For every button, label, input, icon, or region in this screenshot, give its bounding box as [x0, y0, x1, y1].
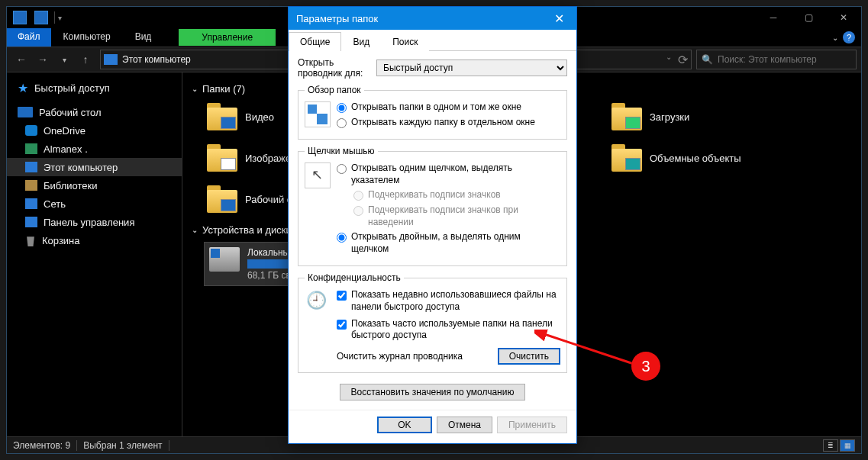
folder-item-objects[interactable]: Объемные объекты [608, 137, 799, 179]
tab-search[interactable]: Поиск [381, 32, 429, 51]
drive-icon [209, 247, 240, 272]
sidebar-item-bin[interactable]: Корзина [7, 231, 182, 249]
folder-options-dialog: Параметры папок ✕ Общие Вид Поиск Открыт… [288, 6, 577, 444]
minimize-button[interactable]: ─ [756, 7, 791, 28]
chevron-down-icon: ⌄ [192, 226, 198, 234]
user-icon [25, 143, 37, 154]
folder-item-downloads[interactable]: Загрузки [608, 96, 799, 137]
clear-history-label: Очистить журнал проводника [337, 351, 463, 362]
tab-view[interactable]: Вид [341, 32, 381, 51]
browse-icon [305, 101, 331, 127]
tab-file[interactable]: Файл [7, 28, 51, 47]
dialog-tabs: Общие Вид Поиск [289, 30, 576, 51]
star-icon: ★ [18, 81, 28, 95]
folder-icon [611, 103, 642, 130]
dialog-close-button[interactable]: ✕ [550, 11, 569, 26]
sidebar-item-network[interactable]: Сеть [7, 195, 182, 213]
click-icon [305, 162, 331, 188]
sidebar-item-thispc[interactable]: Этот компьютер [7, 158, 182, 176]
help-icon[interactable]: ? [843, 31, 855, 43]
click-legend: Щелчки мышью [305, 146, 378, 156]
dialog-title: Параметры папок [296, 13, 378, 24]
bin-icon [25, 234, 36, 246]
libraries-icon [25, 180, 37, 191]
browse-legend: Обзор папок [305, 85, 364, 95]
cpanel-icon [25, 217, 37, 227]
ribbon-expand-icon[interactable]: ⌄ [832, 34, 838, 42]
browse-folders-group: Обзор папок Открывать папки в одном и то… [298, 85, 567, 140]
status-items-count: Элементов: 9 [13, 440, 70, 451]
radio-double-click[interactable] [337, 233, 347, 243]
privacy-icon [305, 289, 331, 315]
qat-dropdown-icon[interactable]: ▾ [58, 14, 62, 22]
folder-icon [207, 144, 237, 172]
sidebar-label: Корзина [42, 235, 80, 246]
search-icon: 🔍 [702, 54, 713, 65]
onedrive-icon [25, 125, 37, 136]
tab-computer[interactable]: Компьютер [51, 28, 123, 47]
radio-underline-hover [353, 206, 363, 216]
close-button[interactable]: ✕ [826, 7, 861, 28]
check-recent-files[interactable] [337, 291, 347, 301]
radio-same-window[interactable] [337, 103, 347, 113]
open-explorer-combo[interactable]: Быстрый доступ [376, 60, 567, 76]
sidebar-item-desktop[interactable]: Рабочий стол [7, 103, 182, 121]
desktop-icon [18, 107, 33, 117]
sidebar-label: Сеть [44, 198, 66, 210]
sidebar-item-cpanel[interactable]: Панель управления [7, 213, 182, 231]
search-input[interactable] [718, 54, 851, 65]
app-icon [13, 11, 27, 24]
qat-btn[interactable] [34, 11, 48, 24]
sidebar-item-quick-access[interactable]: ★ Быстрый доступ [7, 79, 182, 97]
sidebar-label: Almanex . [44, 143, 88, 155]
address-dropdown-icon[interactable]: ⌄ [666, 53, 672, 67]
chevron-down-icon: ⌄ [192, 85, 198, 93]
tab-view[interactable]: Вид [123, 28, 164, 47]
sidebar-item-onedrive[interactable]: OneDrive [7, 121, 182, 140]
status-selected: Выбран 1 элемент [83, 440, 162, 451]
maximize-button[interactable]: ▢ [791, 7, 826, 28]
folder-icon [207, 185, 237, 213]
nav-recent-dropdown[interactable]: ▾ [54, 50, 74, 69]
click-group: Щелчки мышью Открывать одним щелчком, вы… [298, 146, 567, 266]
open-explorer-label: Открыть проводник для: [298, 57, 370, 79]
restore-defaults-button[interactable]: Восстановить значения по умолчанию [340, 384, 526, 400]
sidebar-label: OneDrive [44, 125, 86, 137]
folder-icon [611, 144, 642, 172]
network-icon [25, 198, 37, 209]
view-details-button[interactable]: ≣ [823, 439, 838, 452]
sidebar-item-user[interactable]: Almanex . [7, 140, 182, 158]
nav-back-button[interactable]: ← [11, 50, 31, 69]
radio-new-window[interactable] [337, 118, 347, 128]
apply-button: Применить [497, 417, 567, 433]
tab-general[interactable]: Общие [289, 32, 341, 51]
folder-icon [207, 103, 237, 130]
cancel-button[interactable]: Отмена [437, 417, 492, 433]
pc-icon [25, 162, 37, 172]
privacy-legend: Конфиденциальность [305, 272, 404, 283]
dialog-titlebar: Параметры папок ✕ [289, 7, 576, 30]
navigation-pane: ★ Быстрый доступ Рабочий стол OneDrive A… [7, 72, 182, 436]
check-frequent-folders[interactable] [337, 320, 347, 330]
sidebar-label: Библиотеки [44, 180, 97, 191]
radio-single-click[interactable] [337, 164, 347, 174]
view-tiles-button[interactable]: ▦ [840, 439, 855, 452]
privacy-group: Конфиденциальность Показать недавно испо… [298, 272, 567, 372]
radio-underline-always [353, 191, 363, 201]
nav-up-button[interactable]: ↑ [76, 50, 95, 69]
pc-icon [104, 54, 118, 65]
sidebar-label: Рабочий стол [39, 107, 102, 118]
refresh-icon[interactable]: ⟳ [678, 53, 688, 67]
sidebar-item-libraries[interactable]: Библиотеки [7, 176, 182, 195]
sidebar-label: Этот компьютер [44, 162, 118, 173]
ok-button[interactable]: OK [377, 417, 432, 433]
clear-button[interactable]: Очистить [498, 348, 560, 365]
sidebar-label: Быстрый доступ [34, 82, 110, 94]
nav-forward-button[interactable]: → [33, 50, 53, 69]
annotation-badge: 3 [631, 352, 660, 381]
breadcrumb[interactable]: Этот компьютер [122, 54, 191, 65]
search-box[interactable]: 🔍 [696, 50, 857, 69]
context-tab-manage[interactable]: Управление [179, 29, 276, 46]
quick-access-toolbar: ▾ [7, 11, 62, 24]
sidebar-label: Панель управления [44, 217, 134, 228]
